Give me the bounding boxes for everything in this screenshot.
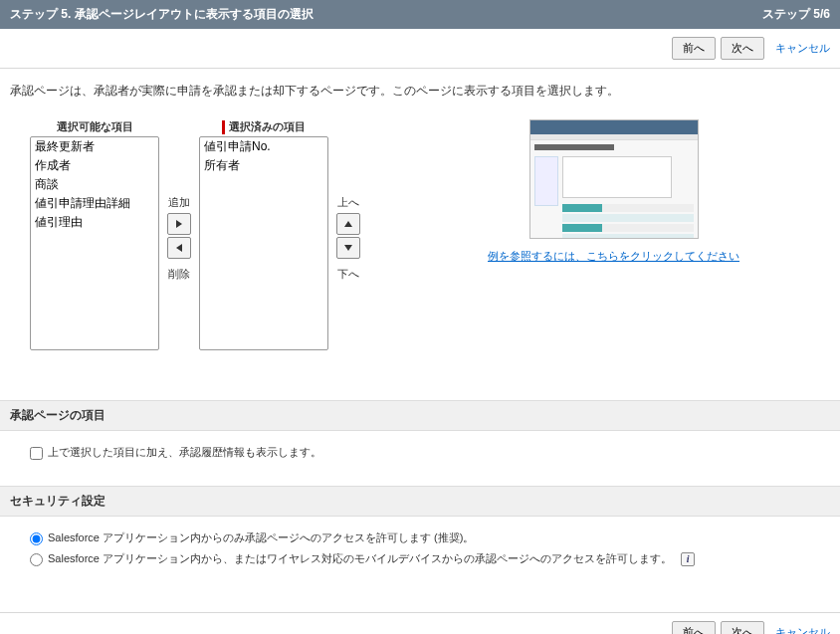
top-button-row: 前へ 次へ キャンセル (0, 29, 840, 69)
triangle-up-icon (343, 219, 353, 229)
prev-button-bottom[interactable]: 前へ (672, 621, 716, 634)
svg-marker-1 (176, 244, 182, 252)
security-option-mobile-label: Salesforce アプリケーション内から、またはワイヤレス対応のモバイルデバ… (48, 551, 672, 566)
list-item[interactable]: 作成者 (31, 156, 158, 175)
security-header: セキュリティ設定 (0, 486, 840, 517)
approval-fields-header: 承認ページの項目 (0, 400, 840, 431)
example-link[interactable]: 例を参照するには、こちらをクリックしてください (488, 249, 739, 264)
security-option-internal-label: Salesforce アプリケーション内からのみ承認ページへのアクセスを許可しま… (48, 530, 474, 545)
triangle-down-icon (343, 243, 353, 253)
bottom-button-row: 前へ 次へ キャンセル (0, 612, 840, 634)
security-option-mobile[interactable] (30, 553, 43, 566)
info-icon[interactable]: i (681, 552, 695, 566)
svg-marker-2 (344, 221, 352, 227)
svg-marker-3 (344, 245, 352, 251)
intro-text: 承認ページは、承認者が実際に申請を承認または却下するページです。このページに表示… (0, 69, 840, 119)
cancel-link[interactable]: キャンセル (775, 42, 830, 54)
example-thumbnail[interactable] (529, 119, 699, 239)
move-down-button[interactable] (336, 237, 360, 259)
show-history-label: 上で選択した項目に加え、承認履歴情報も表示します。 (48, 445, 321, 460)
wizard-title: ステップ 5. 承認ページレイアウトに表示する項目の選択 (10, 6, 314, 23)
cancel-link-bottom[interactable]: キャンセル (775, 626, 830, 634)
prev-button[interactable]: 前へ (672, 37, 716, 60)
list-item[interactable]: 値引理由 (31, 213, 158, 232)
triangle-left-icon (174, 243, 184, 253)
move-up-button[interactable] (336, 213, 360, 235)
required-indicator (222, 120, 225, 134)
wizard-step: ステップ 5/6 (762, 6, 830, 23)
available-list[interactable]: 最終更新者作成者商談値引申請理由詳細値引理由 (30, 136, 159, 350)
list-item[interactable]: 値引申請理由詳細 (31, 194, 158, 213)
add-button[interactable] (167, 213, 191, 235)
selected-label: 選択済みの項目 (222, 119, 306, 134)
list-item[interactable]: 最終更新者 (31, 137, 158, 156)
up-label: 上へ (337, 195, 359, 210)
svg-marker-0 (176, 220, 182, 228)
remove-label: 削除 (168, 267, 190, 282)
show-history-checkbox[interactable] (30, 447, 43, 460)
down-label: 下へ (337, 267, 359, 282)
selected-list[interactable]: 値引申請No.所有者 (199, 136, 328, 350)
add-label: 追加 (168, 195, 190, 210)
list-item[interactable]: 所有者 (200, 156, 327, 175)
next-button-bottom[interactable]: 次へ (721, 621, 764, 634)
field-picker: 選択可能な項目 最終更新者作成者商談値引申請理由詳細値引理由 追加 削除 選択済… (0, 119, 840, 350)
list-item[interactable]: 商談 (31, 175, 158, 194)
security-option-internal[interactable] (30, 532, 43, 545)
next-button[interactable]: 次へ (721, 37, 764, 60)
triangle-right-icon (174, 219, 184, 229)
available-label: 選択可能な項目 (57, 119, 133, 134)
remove-button[interactable] (167, 237, 191, 259)
wizard-header: ステップ 5. 承認ページレイアウトに表示する項目の選択 ステップ 5/6 (0, 0, 840, 29)
list-item[interactable]: 値引申請No. (200, 137, 327, 156)
